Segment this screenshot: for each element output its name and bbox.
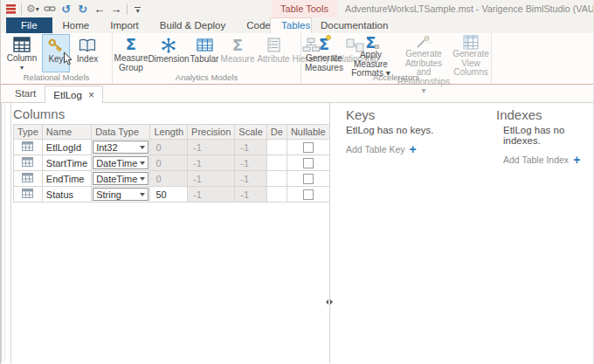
measure-group-button[interactable]: Σ Measure Group [114, 34, 148, 72]
toolbar-separator [127, 3, 128, 15]
nullable-cell [287, 140, 329, 155]
tabular-button[interactable]: Tabular [189, 34, 220, 72]
add-table-key-link[interactable]: Add Table Key + [346, 144, 433, 155]
length-cell: 0 [150, 155, 188, 171]
precision-cell: -1 [188, 140, 235, 155]
table-row: Status String 50 -1 -1 [14, 187, 330, 203]
indexes-section: Indexes EtlLog has no indexes. Add Table… [496, 107, 593, 165]
default-cell[interactable] [266, 171, 287, 187]
toolbar-separator [21, 3, 22, 15]
group-label: Analytics Models [114, 72, 300, 84]
col-header-scale[interactable]: Scale [235, 125, 267, 140]
table-row: EtlLogId Int32 0 -1 -1 [14, 140, 330, 155]
tab-label: EtlLog [53, 90, 82, 100]
dropdown-value: DateTime [96, 158, 137, 168]
keys-empty-text: EtlLog has no keys. [346, 125, 433, 135]
hierarchy-icon [302, 35, 320, 55]
dropdown-value: String [96, 189, 121, 200]
button-label: Measure [221, 55, 255, 65]
col-header-length[interactable]: Length [150, 125, 188, 140]
group-label: Relational Models [2, 72, 111, 84]
link-label: Add Table Key [346, 144, 405, 155]
col-header-precision[interactable]: Precision [188, 125, 235, 140]
attribute-button[interactable]: Attribute [255, 34, 292, 72]
column-name-cell[interactable]: StartTime [42, 155, 91, 171]
tab-etllog[interactable]: EtlLog × [45, 86, 103, 103]
app-logo-icon[interactable] [4, 2, 17, 16]
group-analytics-models: Σ Measure Group Dimension Tabular Σ Meas… [113, 33, 301, 84]
length-cell: 0 [150, 171, 188, 187]
nullable-checkbox[interactable] [303, 158, 314, 168]
navigate-back-icon[interactable]: ← [93, 2, 106, 16]
measure-button[interactable]: Σ Measure [220, 34, 255, 72]
sigma-icon: Σ [232, 38, 243, 53]
nullable-checkbox[interactable] [303, 189, 314, 200]
generate-view-columns-button[interactable]: Generate View Columns [452, 34, 490, 72]
column-button[interactable]: Column ▾ [2, 34, 42, 72]
undo-icon[interactable]: ↺ [60, 2, 73, 16]
tab-import[interactable]: Import [100, 17, 149, 33]
generate-attributes-relationships-button[interactable]: Generate Attributes and Relationships ▾ [396, 34, 452, 72]
gear-icon: ⚙ [26, 3, 36, 15]
nullable-checkbox[interactable] [303, 142, 314, 153]
table-tools-context-tab[interactable]: Table Tools [272, 0, 337, 17]
table-row: StartTime DateTime 0 -1 -1 [14, 155, 330, 171]
default-cell[interactable] [266, 140, 287, 155]
link-icon[interactable] [44, 2, 56, 16]
nullable-checkbox[interactable] [303, 174, 314, 184]
columns-heading: Columns [13, 106, 329, 121]
tabular-grid-icon [197, 35, 213, 55]
grid-header-row: Type Name Data Type Length Precision Sca… [14, 125, 330, 140]
col-header-nullable[interactable]: Nullable [287, 125, 329, 140]
data-type-cell: DateTime [92, 155, 150, 171]
data-type-dropdown[interactable]: Int32 [93, 141, 148, 154]
button-label: Index [77, 55, 98, 65]
chevron-down-icon [137, 193, 148, 196]
index-button[interactable]: Index [70, 34, 105, 72]
tab-tables[interactable]: Tables [270, 17, 312, 33]
attribute-list-icon [267, 35, 280, 55]
button-label: Dimension [148, 55, 189, 65]
data-type-dropdown[interactable]: DateTime [93, 156, 148, 169]
chevron-down-icon: ▾ [20, 64, 24, 73]
col-header-default[interactable]: De [266, 125, 287, 140]
column-name-cell[interactable]: EtlLogId [42, 140, 91, 155]
column-type-icon [14, 187, 43, 203]
chevron-down-icon [137, 146, 148, 149]
table-grid-icon [13, 35, 31, 54]
plus-icon: + [410, 145, 417, 154]
redo-icon[interactable]: ↻ [77, 2, 89, 16]
data-type-dropdown[interactable]: DateTime [93, 172, 148, 185]
column-name-cell[interactable]: EndTime [42, 171, 91, 187]
close-icon[interactable]: × [88, 90, 94, 100]
button-label: Column [7, 54, 37, 64]
keys-section: Keys EtlLog has no keys. Add Table Key + [346, 107, 433, 155]
col-header-name[interactable]: Name [42, 125, 91, 140]
column-name-cell[interactable]: Status [42, 187, 91, 203]
default-cell[interactable] [266, 155, 287, 171]
sigma-format-icon: Σ [365, 35, 376, 51]
length-cell[interactable]: 50 [150, 187, 188, 203]
keys-heading: Keys [346, 107, 433, 122]
tab-start[interactable]: Start [6, 86, 45, 102]
quick-access-toolbar: ⚙ ▾ ↺ ↻ ← → ▾ [1, 2, 144, 16]
plus-icon: + [573, 155, 580, 164]
tab-home[interactable]: Home [52, 17, 100, 33]
dimension-star-icon [160, 35, 177, 55]
col-header-data-type[interactable]: Data Type [92, 125, 150, 140]
navigate-forward-icon[interactable]: → [110, 2, 122, 16]
build-button[interactable]: ⚙ ▾ [26, 2, 39, 16]
tab-file[interactable]: File [6, 17, 52, 33]
link-label: Add Table Index [503, 155, 569, 165]
window-title: AdventureWorksLTSample.mst - Varigence B… [345, 0, 594, 17]
data-type-dropdown[interactable]: String [93, 188, 148, 201]
scale-cell: -1 [235, 171, 267, 187]
column-type-icon [14, 140, 43, 155]
tab-documentation[interactable]: Documentation [310, 17, 398, 33]
col-header-type[interactable]: Type [14, 125, 43, 140]
default-cell[interactable] [266, 187, 287, 203]
customize-toolbar-icon[interactable]: ▾ [132, 2, 144, 16]
tab-build-deploy[interactable]: Build & Deploy [149, 17, 236, 33]
dimension-button[interactable]: Dimension [148, 34, 189, 72]
add-table-index-link[interactable]: Add Table Index + [503, 155, 593, 165]
